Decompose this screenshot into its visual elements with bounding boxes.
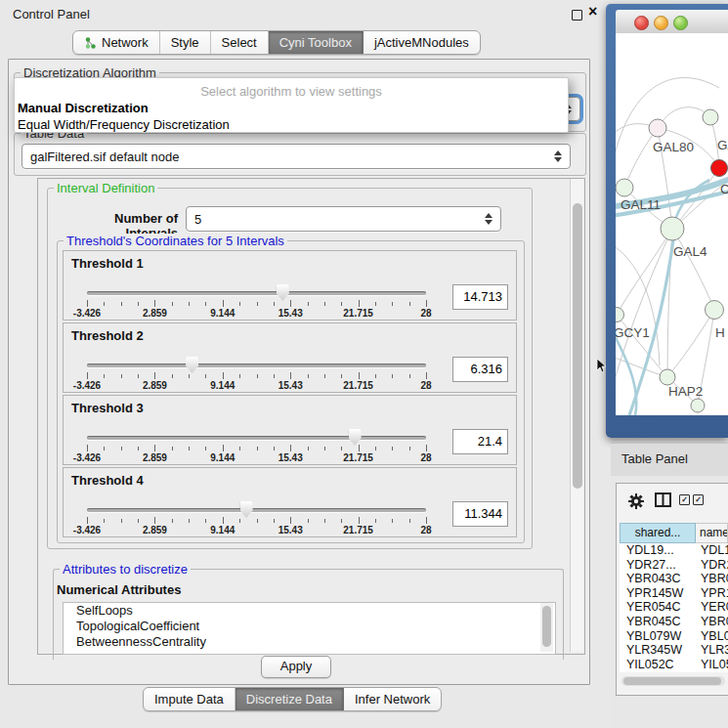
table-row[interactable]: YBR043CYBR04	[620, 572, 728, 586]
slider-track[interactable]	[87, 436, 426, 440]
table-row[interactable]: YDL19...YDL19	[620, 543, 728, 558]
table-data-combobox[interactable]: galFiltered.sif default node	[21, 144, 571, 169]
number-of-intervals-combobox[interactable]: 5	[186, 206, 501, 232]
gear-icon[interactable]	[627, 492, 645, 510]
tab-cyni-toolbox[interactable]: Cyni Toolbox	[269, 31, 364, 54]
table-row[interactable]: YBR045CYBR04	[620, 615, 728, 629]
tab-style[interactable]: Style	[160, 31, 211, 54]
tab-select[interactable]: Select	[211, 31, 269, 54]
slider-tick-labels: -3.4262.8599.14415.4321.71528	[87, 380, 426, 391]
attribute-list-item[interactable]: BetweennessCentrality	[64, 634, 555, 650]
network-node[interactable]	[649, 119, 666, 137]
slider-ticks	[87, 516, 426, 525]
threshold-label: Threshold 3	[71, 401, 144, 415]
table-row[interactable]: YDR27...YDR27	[620, 558, 728, 573]
zoom-traffic-light[interactable]	[673, 16, 688, 30]
dropdown-item-equal-width-frequency[interactable]: Equal Width/Frequency Discretization	[15, 116, 568, 133]
threshold-slider[interactable]: -3.4262.8599.14415.4321.71528	[87, 427, 426, 462]
tab-label: Network	[102, 35, 149, 50]
table-row[interactable]: YPR145WYPR14	[620, 586, 728, 601]
threshold-value-field[interactable]: 14.713	[452, 284, 508, 310]
tab-infer-network[interactable]: Infer Network	[344, 688, 441, 710]
dropdown-item-manual-discretization[interactable]: Manual Discretization	[15, 100, 568, 116]
slider-tick-labels: -3.4262.8599.14415.4321.71528	[87, 525, 426, 535]
tab-impute-data[interactable]: Impute Data	[144, 688, 236, 710]
group-title: Threshold's Coordinates for 5 Intervals	[64, 234, 287, 248]
table-header-row: shared... name	[620, 523, 728, 543]
threshold-value-field[interactable]: 11.344	[452, 501, 508, 527]
threshold-4-panel: Threshold 4 -3.4262.8599.14415.4321.7152…	[63, 467, 517, 537]
settings-scrollbar[interactable]	[570, 179, 583, 652]
apply-button[interactable]: Apply	[261, 656, 331, 678]
stepper-icon	[485, 213, 493, 225]
network-canvas[interactable]: GAL80 GA C GAL11 GAL4 GCY1 H HAP2	[616, 33, 728, 415]
network-node[interactable]	[691, 399, 705, 412]
group-title: Attributes to discretize	[60, 562, 191, 577]
column-header-name[interactable]: name	[696, 523, 728, 543]
network-node[interactable]	[706, 301, 724, 320]
group-title: Interval Definition	[54, 181, 157, 195]
checkbox-icon: ✓	[693, 494, 704, 505]
close-traffic-light[interactable]	[634, 16, 649, 30]
table-panel-title: Table Panel	[621, 451, 688, 466]
slider-ticks	[87, 444, 426, 452]
threshold-slider[interactable]: -3.4262.8599.14415.4321.71528	[87, 355, 426, 390]
threshold-2-panel: Threshold 2 -3.4262.8599.14415.4321.7152…	[63, 322, 517, 393]
slider-track[interactable]	[87, 364, 426, 367]
attribute-list-item[interactable]: SelfLoops	[64, 603, 555, 619]
dropdown-item-placeholder[interactable]: Select algorithm to view settings	[15, 83, 568, 100]
threshold-label: Threshold 2	[71, 328, 144, 343]
table-row[interactable]: YIL052CYIL05	[620, 658, 728, 672]
mouse-cursor	[596, 359, 607, 373]
tab-jactivemnodules[interactable]: jActiveMNodules	[364, 31, 480, 54]
tab-label: Impute Data	[154, 692, 224, 707]
minimize-traffic-light[interactable]	[654, 16, 668, 30]
node-label: GAL11	[621, 197, 661, 212]
algorithm-dropdown-popup: Select algorithm to view settings Manual…	[14, 77, 569, 133]
float-window-icon[interactable]	[572, 10, 582, 21]
threshold-value-field[interactable]: 6.316	[452, 357, 508, 382]
tab-label: Infer Network	[355, 692, 430, 707]
column-layout-icon[interactable]	[655, 492, 672, 508]
numerical-attributes-label: Numerical Attributes	[57, 582, 181, 597]
table-toolbar: ✓ ✓	[620, 489, 728, 518]
network-window-titlebar[interactable]	[616, 10, 728, 34]
scrollbar-thumb[interactable]	[573, 203, 582, 489]
table-row[interactable]: YLR345WYLR34	[620, 643, 728, 658]
attributes-list-scrollbar[interactable]	[540, 603, 553, 652]
network-node[interactable]	[616, 179, 633, 196]
node-label: GAL4	[673, 244, 707, 259]
threshold-value-field[interactable]: 21.4	[452, 429, 508, 454]
tab-network[interactable]: Network	[73, 31, 160, 54]
threshold-slider[interactable]: -3.4262.8599.14415.4321.71528	[87, 282, 426, 318]
node-label: H	[715, 325, 725, 340]
slider-track[interactable]	[87, 291, 426, 295]
node-label: GAL80	[653, 140, 694, 154]
slider-tick-labels: -3.4262.8599.14415.4321.71528	[87, 452, 426, 463]
scrollbar-thumb[interactable]	[542, 606, 551, 647]
combobox-value: galFiltered.sif default node	[30, 150, 179, 164]
table-row[interactable]: YER054CYER05	[620, 600, 728, 615]
checkbox-icon: ✓	[679, 494, 690, 505]
node-table: shared... name YDL19...YDL19YDR27...YDR2…	[620, 523, 728, 672]
network-graph: GAL80 GA C GAL11 GAL4 GCY1 H HAP2	[616, 33, 728, 415]
network-node-selected[interactable]	[711, 160, 728, 177]
window-title: Control Panel	[13, 7, 90, 21]
node-label: GCY1	[616, 325, 650, 340]
tab-discretize-data[interactable]: Discretize Data	[236, 688, 344, 710]
threshold-slider[interactable]: -3.4262.8599.14415.4321.71528	[87, 499, 426, 535]
column-header-shared-name[interactable]: shared...	[620, 523, 696, 543]
table-row[interactable]: YBL079WYBL07	[620, 629, 728, 644]
slider-track[interactable]	[87, 508, 426, 512]
select-columns-icon[interactable]: ✓ ✓	[679, 494, 704, 505]
scrollbar-thumb[interactable]	[623, 677, 721, 685]
network-node[interactable]	[661, 217, 684, 240]
threshold-3-panel: Threshold 3 -3.4262.8599.14415.4321.7152…	[63, 395, 517, 465]
close-icon[interactable]: ×	[588, 3, 597, 21]
attribute-list-item[interactable]: TopologicalCoefficient	[64, 619, 555, 634]
tab-label: Discretize Data	[246, 692, 332, 707]
network-view-window[interactable]: GAL80 GA C GAL11 GAL4 GCY1 H HAP2	[606, 4, 728, 438]
network-node[interactable]	[660, 369, 675, 385]
network-node[interactable]	[703, 109, 718, 125]
network-node[interactable]	[616, 308, 624, 322]
